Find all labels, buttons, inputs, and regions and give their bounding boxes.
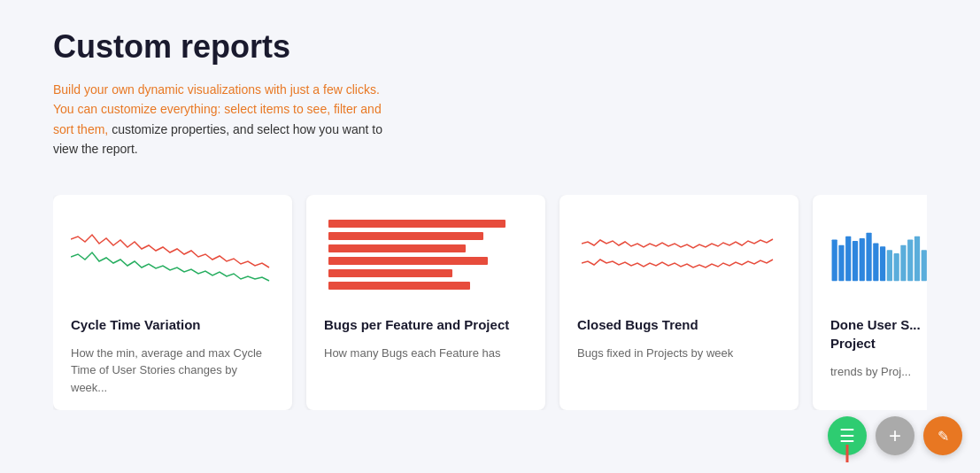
svg-rect-4 bbox=[328, 269, 452, 277]
chart-closed-bugs bbox=[577, 213, 781, 301]
svg-rect-16 bbox=[900, 244, 906, 280]
edit-icon: ✎ bbox=[938, 428, 949, 445]
svg-rect-6 bbox=[832, 239, 837, 281]
page-title: Custom reports bbox=[53, 28, 927, 66]
list-icon: ☰ bbox=[839, 425, 855, 446]
svg-rect-14 bbox=[887, 250, 892, 281]
svg-rect-13 bbox=[880, 246, 885, 281]
fab-edit-button[interactable]: ✎ bbox=[923, 416, 962, 455]
card-closed-bugs-desc: Bugs fixed in Projects by week bbox=[577, 345, 781, 362]
card-closed-bugs[interactable]: Closed Bugs Trend Bugs fixed in Projects… bbox=[559, 195, 799, 411]
card-bugs-feature-title: Bugs per Feature and Project bbox=[324, 315, 528, 334]
card-done-user-desc: trends by Proj... bbox=[830, 363, 927, 381]
fab-list-button[interactable]: ☰ bbox=[828, 416, 867, 455]
card-cycle-time-title: Cycle Time Variation bbox=[71, 315, 274, 334]
svg-rect-19 bbox=[922, 250, 927, 281]
chart-bugs-feature bbox=[324, 213, 528, 301]
svg-rect-0 bbox=[328, 220, 505, 228]
svg-rect-11 bbox=[866, 232, 871, 280]
card-cycle-time[interactable]: Cycle Time Variation How the min, averag… bbox=[53, 195, 292, 411]
svg-rect-10 bbox=[860, 238, 865, 281]
chart-done-user bbox=[830, 213, 927, 301]
card-bugs-feature-desc: How many Bugs each Feature has bbox=[324, 345, 528, 362]
svg-rect-7 bbox=[838, 244, 844, 280]
add-icon: + bbox=[889, 423, 901, 448]
svg-rect-9 bbox=[853, 241, 858, 281]
fab-indicator bbox=[846, 445, 849, 462]
fab-add-button[interactable]: + bbox=[876, 416, 914, 455]
page-container: Custom reports Build your own dynamic vi… bbox=[0, 0, 980, 438]
svg-rect-5 bbox=[328, 282, 470, 290]
svg-rect-18 bbox=[914, 236, 920, 281]
card-cycle-time-desc: How the min, average and max Cycle Time … bbox=[71, 345, 274, 397]
chart-cycle-time bbox=[71, 213, 274, 301]
svg-rect-3 bbox=[328, 257, 488, 265]
svg-rect-1 bbox=[328, 232, 483, 240]
svg-rect-8 bbox=[845, 236, 851, 281]
fab-container: ☰ + ✎ bbox=[828, 416, 962, 455]
page-subtitle: Build your own dynamic visualizations wi… bbox=[53, 80, 390, 159]
svg-rect-15 bbox=[894, 253, 899, 281]
svg-rect-12 bbox=[873, 243, 878, 281]
card-done-user[interactable]: Done User S...Project trends by Proj... bbox=[813, 195, 927, 411]
cards-row: Cycle Time Variation How the min, averag… bbox=[53, 195, 927, 411]
card-bugs-feature[interactable]: Bugs per Feature and Project How many Bu… bbox=[306, 195, 545, 411]
svg-rect-2 bbox=[328, 244, 466, 252]
svg-rect-17 bbox=[907, 239, 913, 281]
card-closed-bugs-title: Closed Bugs Trend bbox=[577, 315, 781, 334]
card-done-user-title: Done User S...Project bbox=[830, 315, 927, 353]
